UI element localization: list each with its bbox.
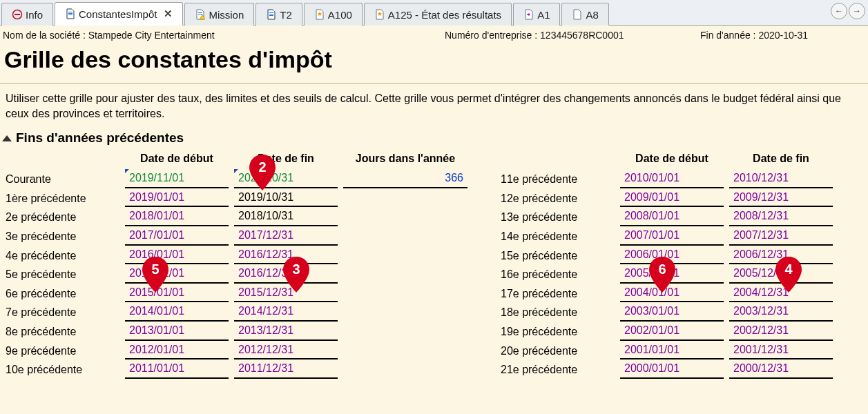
doc-star-icon <box>314 9 325 20</box>
end-date-cell[interactable]: 2006/12/31 <box>729 246 833 265</box>
svg-rect-9 <box>269 15 273 16</box>
end-date-cell[interactable]: 2000/12/31 <box>729 359 833 379</box>
end-date-cell[interactable]: 2001/12/31 <box>729 341 833 360</box>
row-label: 19e précédente <box>498 322 617 341</box>
table-row: 16e précédente2005/01/012005/12/31 <box>498 264 836 284</box>
tab-nav-back-button[interactable]: ← <box>831 3 847 19</box>
table-row: 3e précédente2017/01/012017/12/31 <box>3 226 470 246</box>
end-date-cell[interactable]: 2011/12/31 <box>234 359 338 379</box>
start-date-cell[interactable]: 2019/11/01 <box>125 169 229 188</box>
year-end-value: 2020-10-31 <box>758 30 808 41</box>
start-date-cell[interactable]: 2017/01/01 <box>125 226 229 246</box>
start-date-cell[interactable]: 2005/01/01 <box>620 264 724 284</box>
end-date-cell[interactable]: 2016/12/31 <box>234 264 338 284</box>
tab-nav-forward-button[interactable]: → <box>849 3 865 19</box>
end-date-cell[interactable]: 2019/10/31 <box>234 188 338 208</box>
end-date-cell[interactable]: 2008/12/31 <box>729 207 833 226</box>
tab-mission[interactable]: Mission <box>184 3 254 26</box>
end-date-cell[interactable]: 2003/12/31 <box>729 302 833 322</box>
company-value: Stampede City Entertainment <box>88 30 215 41</box>
tab-a125-tat-des-r-sultats[interactable]: A125 - État des résultats <box>364 3 512 26</box>
row-label: 21e précédente <box>498 359 617 379</box>
start-date-cell[interactable]: 2004/01/01 <box>620 284 724 303</box>
start-date-cell[interactable]: 2001/01/01 <box>620 341 724 360</box>
year-end-label: Fin d'année : <box>700 30 758 41</box>
start-date-cell[interactable]: 2003/01/01 <box>620 302 724 322</box>
document-info-row: Nom de la société : Stampede City Entert… <box>0 26 868 41</box>
row-label: 7e précédente <box>3 302 122 322</box>
tab-label: T2 <box>280 9 292 21</box>
end-date-cell[interactable]: 2010/12/31 <box>729 169 833 188</box>
row-label: 5e précédente <box>3 264 122 284</box>
svg-rect-1 <box>15 14 20 15</box>
table-row: Courante2019/11/012020/10/31366 <box>3 169 470 188</box>
end-date-cell[interactable]: 2018/10/31 <box>234 207 338 226</box>
tab-constantesimp-t[interactable]: ConstantesImpôt✕ <box>55 2 183 26</box>
end-date-cell[interactable]: 2013/12/31 <box>234 322 338 341</box>
end-date-cell[interactable]: 2016/12/31 <box>234 246 338 265</box>
table-row: 6e précédente2015/01/012015/12/31 <box>3 284 470 303</box>
end-date-cell[interactable]: 2015/12/31 <box>234 284 338 303</box>
end-date-cell[interactable]: 2004/12/31 <box>729 284 833 303</box>
start-date-cell[interactable]: 2009/01/01 <box>620 188 724 208</box>
start-date-cell[interactable]: 2002/01/01 <box>620 322 724 341</box>
start-date-cell[interactable]: 2014/01/01 <box>125 302 229 322</box>
doc-warning-icon <box>195 9 206 20</box>
row-label: 13e précédente <box>498 207 617 226</box>
start-date-cell[interactable]: 2015/01/01 <box>125 284 229 303</box>
svg-rect-2 <box>68 12 73 12</box>
start-date-cell[interactable]: 2019/01/01 <box>125 188 229 208</box>
table-row: 12e précédente2009/01/012009/12/31 <box>498 188 836 208</box>
start-date-cell[interactable]: 2008/01/01 <box>620 207 724 226</box>
end-date-cell[interactable]: 2005/12/31 <box>729 264 833 284</box>
end-date-cell[interactable]: 2020/10/31 <box>234 169 338 188</box>
row-label: 18e précédente <box>498 302 617 322</box>
svg-rect-5 <box>198 12 202 13</box>
chevron-up-icon <box>2 135 12 141</box>
table-row: 10e précédente2011/01/012011/12/31 <box>3 359 470 379</box>
tab-info[interactable]: Info <box>1 3 53 26</box>
row-label: 8e précédente <box>3 322 122 341</box>
svg-rect-8 <box>269 14 273 14</box>
section-title: Fins d'années précédentes <box>16 130 184 146</box>
end-date-cell[interactable]: 2012/12/31 <box>234 341 338 360</box>
page-title: Grille des constantes d'impôt <box>4 46 868 73</box>
start-date-cell[interactable]: 2013/01/01 <box>125 322 229 341</box>
start-date-cell[interactable]: 2010/01/01 <box>620 169 724 188</box>
row-label: 2e précédente <box>3 207 122 226</box>
row-label: 6e précédente <box>3 284 122 303</box>
close-icon[interactable]: ✕ <box>164 8 173 20</box>
start-date-cell[interactable]: 2006/01/01 <box>620 246 724 265</box>
end-date-cell[interactable]: 2014/12/31 <box>234 302 338 322</box>
tab-label: A100 <box>328 9 352 21</box>
row-label: 17e précédente <box>498 284 617 303</box>
start-date-cell[interactable]: 2018/01/01 <box>125 207 229 226</box>
end-date-cell[interactable]: 2002/12/31 <box>729 322 833 341</box>
start-date-cell[interactable]: 2000/01/01 <box>620 359 724 379</box>
section-heading-prior-year-ends[interactable]: Fins d'années précédentes <box>0 130 868 146</box>
row-label: 16e précédente <box>498 264 617 284</box>
end-date-cell[interactable]: 2017/12/31 <box>234 226 338 246</box>
start-date-cell[interactable]: 2012/01/01 <box>125 341 229 360</box>
days-in-year-cell[interactable]: 366 <box>343 169 467 188</box>
start-date-cell[interactable]: 2007/01/01 <box>620 226 724 246</box>
col-start-date: Date de début <box>122 151 231 169</box>
start-date-cell[interactable]: 2016/01/01 <box>125 246 229 265</box>
table-row: 8e précédente2013/01/012013/12/31 <box>3 322 470 341</box>
table-row: 11e précédente2010/01/012010/12/31 <box>498 169 836 188</box>
tab-nav-arrows: ← → <box>831 3 865 19</box>
tab-t2[interactable]: T2 <box>255 3 302 26</box>
tab-a1[interactable]: A1 <box>513 3 560 26</box>
tab-label: A125 - État des résultats <box>388 9 501 21</box>
col-start-date-right: Date de début <box>617 151 726 169</box>
row-label: 20e précédente <box>498 341 617 360</box>
tab-a8[interactable]: A8 <box>561 3 608 26</box>
prior-year-ends-left-table: Date de début Date de fin Jours dans l'a… <box>3 151 470 379</box>
tab-a100[interactable]: A100 <box>304 3 363 26</box>
end-date-cell[interactable]: 2007/12/31 <box>729 226 833 246</box>
start-date-cell[interactable]: 2016/01/01 <box>125 264 229 284</box>
start-date-cell[interactable]: 2011/01/01 <box>125 359 229 379</box>
table-row: 17e précédente2004/01/012004/12/31 <box>498 284 836 303</box>
tab-label: Info <box>26 9 43 21</box>
end-date-cell[interactable]: 2009/12/31 <box>729 188 833 208</box>
